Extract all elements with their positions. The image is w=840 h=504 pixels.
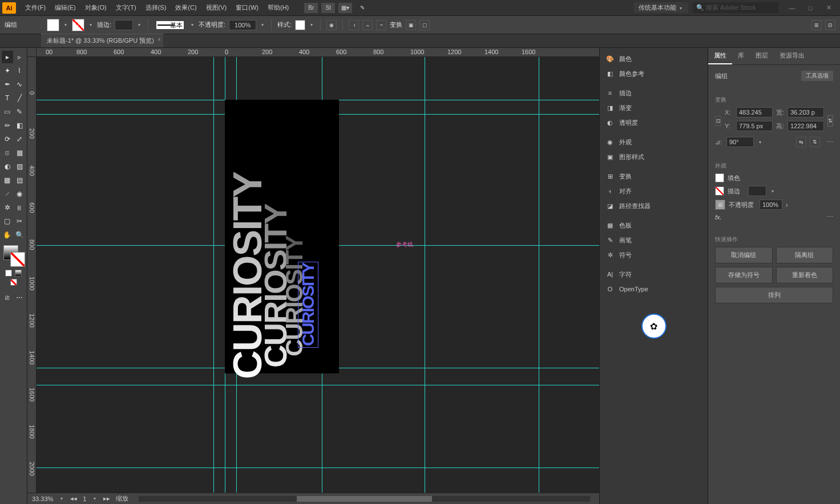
curvature-tool[interactable]: ∿ — [14, 78, 26, 91]
arrange-docs-icon[interactable]: ▦▾ — [338, 3, 352, 13]
paintbrush-tool[interactable]: ✎ — [14, 105, 26, 118]
edit-toolbar-icon[interactable]: ⋯ — [14, 291, 26, 304]
ruler-origin[interactable] — [27, 48, 37, 57]
gradient-tool[interactable]: ▤ — [14, 174, 26, 186]
hand-tool[interactable]: ✋ — [2, 229, 13, 241]
shape-builder-tool[interactable]: ◐ — [2, 160, 13, 173]
style-swatch[interactable] — [295, 20, 305, 30]
tab-layers[interactable]: 图层 — [750, 48, 774, 64]
qa-save-symbol-button[interactable]: 存储为符号 — [715, 267, 773, 283]
artboard[interactable]: CURIOSITY CURIOSITY CURIOSITY CURIOSITY — [225, 100, 339, 373]
width-tool[interactable]: ⎅ — [2, 147, 13, 159]
panel-color-guide[interactable]: ◧颜色参考 — [600, 66, 708, 81]
menu-object[interactable]: 对象(O) — [80, 1, 111, 14]
appearance-more-icon[interactable]: ⋯ — [827, 213, 833, 221]
panel-transparency[interactable]: ◐透明度 — [600, 115, 708, 130]
panel-dock-icon[interactable]: ⊟ — [825, 20, 835, 30]
menu-effect[interactable]: 效果(C) — [171, 1, 201, 14]
tab-libraries[interactable]: 库 — [732, 48, 750, 64]
align-right-icon[interactable]: ⫟ — [376, 20, 386, 30]
eraser-tool[interactable]: ◧ — [14, 119, 26, 132]
eyedropper-tool[interactable]: ⟋ — [2, 188, 13, 200]
zoom-tool[interactable]: 🔍 — [14, 229, 26, 241]
tab-properties[interactable]: 属性 — [708, 48, 732, 64]
stroke-color-swatch[interactable] — [10, 252, 25, 267]
menu-view[interactable]: 视图(V) — [201, 1, 232, 14]
pen-tool[interactable]: ✒ — [2, 78, 13, 91]
guide-horizontal[interactable] — [37, 468, 599, 468]
flip-vertical-icon[interactable]: ⇅ — [810, 137, 820, 147]
stroke-swatch-prop[interactable] — [715, 186, 724, 196]
shaper-tool[interactable]: ✏ — [2, 119, 13, 132]
selection-tool[interactable]: ▸ — [2, 51, 13, 63]
rotate-tool[interactable]: ⟳ — [2, 133, 13, 145]
panel-snap-icon[interactable]: ⊞ — [811, 20, 822, 30]
panel-align[interactable]: ⫞对齐 — [600, 184, 708, 198]
more-options-icon[interactable]: ⋯ — [827, 139, 833, 146]
qa-ungroup-button[interactable]: 取消编组 — [715, 247, 773, 263]
panel-stroke[interactable]: ≡描边 — [600, 86, 708, 100]
search-stock-input[interactable]: 🔍 搜索 Adobe Stock — [693, 2, 778, 13]
recolor-icon[interactable]: ◉ — [326, 20, 337, 30]
line-segment-tool[interactable]: ╱ — [14, 92, 26, 104]
qa-isolate-button[interactable]: 隔离组 — [776, 247, 834, 263]
tool-options-button[interactable]: 工具选项 — [801, 71, 833, 81]
isolate-icon[interactable]: ▣ — [406, 20, 416, 30]
lasso-tool[interactable]: ⌇ — [14, 64, 26, 77]
panel-symbols[interactable]: ✲符号 — [600, 247, 708, 262]
workspace-switcher[interactable]: 传统基本功能 ▾ — [634, 2, 688, 13]
blend-tool[interactable]: ◉ — [14, 188, 26, 200]
rotation-input[interactable]: 90° — [726, 137, 754, 147]
type-tool[interactable]: T — [2, 92, 13, 104]
opacity-input[interactable] — [229, 20, 256, 30]
mesh-tool[interactable]: ▩ — [2, 174, 13, 186]
panel-transform[interactable]: ⊞变换 — [600, 169, 708, 184]
panel-swatches[interactable]: ▦色板 — [600, 218, 708, 233]
zoom-level[interactable]: 33.33% — [32, 495, 53, 502]
artboard-tool[interactable]: ▢ — [2, 215, 13, 227]
window-close-icon[interactable]: ✕ — [821, 2, 837, 14]
guide-vertical[interactable] — [425, 57, 425, 493]
window-minimize-icon[interactable]: — — [784, 2, 800, 14]
scale-tool[interactable]: ⤢ — [14, 133, 26, 145]
panel-brushes[interactable]: ✎画笔 — [600, 233, 708, 247]
menu-window[interactable]: 窗口(W) — [231, 1, 263, 14]
opacity-value-input[interactable]: 100% — [760, 200, 782, 210]
tab-asset-export[interactable]: 资源导出 — [774, 48, 810, 64]
stock-icon[interactable]: St — [321, 3, 335, 13]
symbol-sprayer-tool[interactable]: ✲ — [2, 201, 13, 214]
artwork-text-selected[interactable]: CURIOSITY — [298, 262, 318, 348]
document-tab[interactable]: 未标题-1* @ 33.33% (RGB/GPU 预览) × — [41, 34, 163, 47]
slice-tool[interactable]: ✂ — [14, 215, 26, 227]
menu-edit[interactable]: 编辑(E) — [50, 1, 80, 14]
height-input[interactable]: 1222.984 — [788, 121, 824, 131]
stroke-dropdown-icon[interactable]: ▾ — [88, 22, 94, 27]
fill-swatch[interactable] — [47, 19, 59, 31]
guide-horizontal[interactable] — [37, 385, 599, 385]
tab-close-icon[interactable]: × — [158, 36, 161, 43]
menu-file[interactable]: 文件(F) — [21, 1, 50, 14]
panel-pathfinder[interactable]: ◪路径查找器 — [600, 198, 708, 213]
panel-opentype[interactable]: OOpenType — [600, 282, 708, 296]
fill-stroke-swatches[interactable] — [1, 245, 26, 269]
flip-horizontal-icon[interactable]: ⇋ — [796, 137, 806, 147]
fx-button[interactable]: fx. — [715, 214, 722, 221]
qa-arrange-button[interactable]: 排列 — [715, 287, 833, 303]
menu-type[interactable]: 文字(T) — [111, 1, 141, 14]
panel-character[interactable]: A|字符 — [600, 267, 708, 282]
fill-dropdown-icon[interactable]: ▾ — [63, 22, 68, 27]
stroke-profile-preview[interactable]: 基本 — [156, 21, 184, 29]
fill-swatch-prop[interactable] — [715, 173, 724, 182]
artboard-nav-next-icon[interactable]: ▸▸ — [103, 495, 110, 502]
align-left-icon[interactable]: ⫞ — [349, 20, 359, 30]
stroke-swatch[interactable] — [72, 19, 84, 31]
perspective-grid-tool[interactable]: ▨ — [14, 160, 26, 173]
guide-vertical[interactable] — [213, 57, 214, 493]
x-input[interactable]: 483.245 — [736, 107, 773, 117]
y-input[interactable]: 779.5 px — [736, 121, 773, 131]
free-transform-tool[interactable]: ▦ — [14, 147, 26, 159]
menu-select[interactable]: 选择(S) — [141, 1, 171, 14]
width-input[interactable]: 36.203 p — [788, 107, 824, 117]
none-mode-icon[interactable] — [10, 279, 17, 286]
align-center-icon[interactable]: ⫠ — [362, 20, 373, 30]
